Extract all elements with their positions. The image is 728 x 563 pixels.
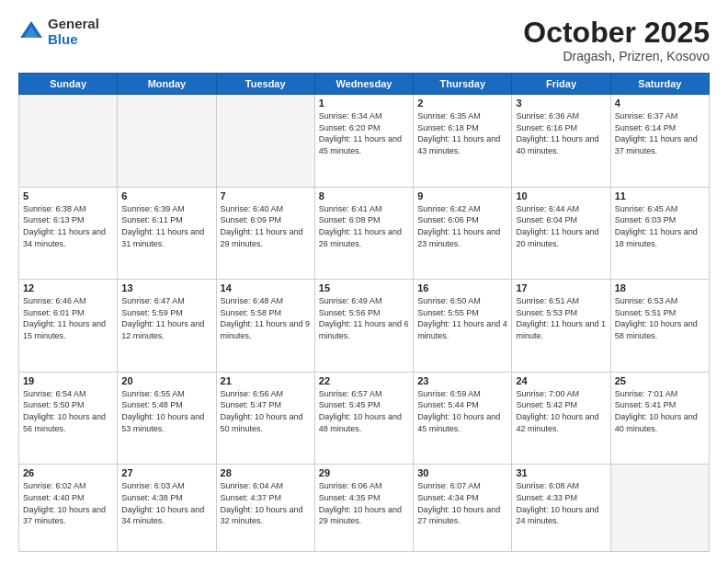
calendar-cell: 7Sunrise: 6:40 AMSunset: 6:09 PMDaylight… — [216, 187, 314, 280]
calendar-cell: 17Sunrise: 6:51 AMSunset: 5:53 PMDayligh… — [512, 280, 610, 373]
calendar-cell: 12Sunrise: 6:46 AMSunset: 6:01 PMDayligh… — [19, 280, 118, 373]
day-number: 8 — [319, 190, 409, 201]
title-location: Dragash, Prizren, Kosovo — [523, 49, 710, 63]
logo-icon — [18, 19, 44, 45]
cell-info: Sunrise: 6:47 AMSunset: 5:59 PMDaylight:… — [121, 295, 211, 341]
calendar-week-row: 26Sunrise: 6:02 AMSunset: 4:40 PMDayligh… — [19, 465, 710, 552]
calendar-cell: 10Sunrise: 6:44 AMSunset: 6:04 PMDayligh… — [512, 187, 610, 280]
cell-info: Sunrise: 6:04 AMSunset: 4:37 PMDaylight:… — [221, 480, 311, 526]
title-block: October 2025 Dragash, Prizren, Kosovo — [523, 17, 710, 63]
calendar-week-row: 1Sunrise: 6:34 AMSunset: 6:20 PMDaylight… — [19, 95, 710, 188]
calendar-cell: 25Sunrise: 7:01 AMSunset: 5:41 PMDayligh… — [610, 372, 709, 465]
calendar-cell: 29Sunrise: 6:06 AMSunset: 4:35 PMDayligh… — [314, 465, 413, 552]
calendar-cell: 24Sunrise: 7:00 AMSunset: 5:42 PMDayligh… — [512, 372, 610, 465]
day-number: 14 — [221, 282, 311, 293]
calendar-cell: 13Sunrise: 6:47 AMSunset: 5:59 PMDayligh… — [118, 280, 216, 373]
cell-info: Sunrise: 6:38 AMSunset: 6:13 PMDaylight:… — [23, 203, 113, 249]
day-number: 15 — [319, 282, 409, 293]
cell-info: Sunrise: 6:57 AMSunset: 5:45 PMDaylight:… — [319, 388, 409, 434]
calendar-day-header: Saturday — [610, 74, 709, 95]
calendar-cell: 20Sunrise: 6:55 AMSunset: 5:48 PMDayligh… — [118, 372, 216, 465]
cell-info: Sunrise: 6:40 AMSunset: 6:09 PMDaylight:… — [221, 203, 311, 249]
cell-info: Sunrise: 6:06 AMSunset: 4:35 PMDaylight:… — [319, 480, 409, 526]
day-number: 2 — [417, 98, 507, 109]
day-number: 1 — [319, 98, 409, 109]
cell-info: Sunrise: 6:53 AMSunset: 5:51 PMDaylight:… — [615, 295, 705, 341]
cell-info: Sunrise: 6:51 AMSunset: 5:53 PMDaylight:… — [516, 295, 606, 341]
cell-info: Sunrise: 6:02 AMSunset: 4:40 PMDaylight:… — [23, 480, 113, 526]
calendar-cell: 4Sunrise: 6:37 AMSunset: 6:14 PMDaylight… — [610, 95, 709, 188]
logo-blue-text: Blue — [48, 32, 99, 48]
day-number: 30 — [417, 467, 507, 478]
logo-text: General Blue — [48, 17, 99, 47]
calendar-cell: 28Sunrise: 6:04 AMSunset: 4:37 PMDayligh… — [216, 465, 314, 552]
calendar-cell: 21Sunrise: 6:56 AMSunset: 5:47 PMDayligh… — [216, 372, 314, 465]
day-number: 20 — [121, 375, 211, 386]
day-number: 16 — [417, 282, 507, 293]
day-number: 24 — [516, 375, 606, 386]
day-number: 26 — [23, 467, 113, 478]
header: General Blue October 2025 Dragash, Prizr… — [18, 17, 710, 63]
cell-info: Sunrise: 6:56 AMSunset: 5:47 PMDaylight:… — [221, 388, 311, 434]
page: General Blue October 2025 Dragash, Prizr… — [0, 0, 728, 563]
day-number: 7 — [221, 190, 311, 201]
calendar-week-row: 5Sunrise: 6:38 AMSunset: 6:13 PMDaylight… — [19, 187, 710, 280]
calendar-cell: 16Sunrise: 6:50 AMSunset: 5:55 PMDayligh… — [414, 280, 512, 373]
cell-info: Sunrise: 6:36 AMSunset: 6:16 PMDaylight:… — [516, 110, 606, 156]
calendar-week-row: 12Sunrise: 6:46 AMSunset: 6:01 PMDayligh… — [19, 280, 710, 373]
day-number: 21 — [221, 375, 311, 386]
cell-info: Sunrise: 6:54 AMSunset: 5:50 PMDaylight:… — [23, 388, 113, 434]
day-number: 10 — [516, 190, 606, 201]
calendar-cell: 9Sunrise: 6:42 AMSunset: 6:06 PMDaylight… — [414, 187, 512, 280]
cell-info: Sunrise: 6:35 AMSunset: 6:18 PMDaylight:… — [417, 110, 507, 156]
cell-info: Sunrise: 6:59 AMSunset: 5:44 PMDaylight:… — [417, 388, 507, 434]
calendar-header-row: SundayMondayTuesdayWednesdayThursdayFrid… — [19, 74, 710, 95]
logo-general-text: General — [48, 17, 99, 32]
day-number: 18 — [615, 282, 705, 293]
cell-info: Sunrise: 6:37 AMSunset: 6:14 PMDaylight:… — [615, 110, 705, 156]
calendar-cell: 8Sunrise: 6:41 AMSunset: 6:08 PMDaylight… — [314, 187, 413, 280]
day-number: 6 — [121, 190, 211, 201]
calendar-day-header: Thursday — [414, 74, 512, 95]
calendar-cell: 14Sunrise: 6:48 AMSunset: 5:58 PMDayligh… — [216, 280, 314, 373]
day-number: 28 — [221, 467, 311, 478]
calendar-cell: 2Sunrise: 6:35 AMSunset: 6:18 PMDaylight… — [414, 95, 512, 188]
cell-info: Sunrise: 6:39 AMSunset: 6:11 PMDaylight:… — [121, 203, 211, 249]
cell-info: Sunrise: 6:50 AMSunset: 5:55 PMDaylight:… — [417, 295, 507, 341]
day-number: 19 — [23, 375, 113, 386]
calendar-table: SundayMondayTuesdayWednesdayThursdayFrid… — [18, 73, 710, 552]
cell-info: Sunrise: 6:42 AMSunset: 6:06 PMDaylight:… — [417, 203, 507, 249]
cell-info: Sunrise: 7:00 AMSunset: 5:42 PMDaylight:… — [516, 388, 606, 434]
calendar-day-header: Friday — [512, 74, 610, 95]
calendar-cell: 30Sunrise: 6:07 AMSunset: 4:34 PMDayligh… — [414, 465, 512, 552]
logo: General Blue — [18, 17, 99, 47]
title-month: October 2025 — [523, 17, 710, 49]
day-number: 31 — [516, 467, 606, 478]
cell-info: Sunrise: 6:44 AMSunset: 6:04 PMDaylight:… — [516, 203, 606, 249]
cell-info: Sunrise: 6:46 AMSunset: 6:01 PMDaylight:… — [23, 295, 113, 341]
day-number: 13 — [121, 282, 211, 293]
calendar-cell — [19, 95, 118, 188]
cell-info: Sunrise: 6:55 AMSunset: 5:48 PMDaylight:… — [121, 388, 211, 434]
cell-info: Sunrise: 6:45 AMSunset: 6:03 PMDaylight:… — [615, 203, 705, 249]
calendar-day-header: Tuesday — [216, 74, 314, 95]
calendar-cell — [118, 95, 216, 188]
cell-info: Sunrise: 6:41 AMSunset: 6:08 PMDaylight:… — [319, 203, 409, 249]
calendar-cell: 19Sunrise: 6:54 AMSunset: 5:50 PMDayligh… — [19, 372, 118, 465]
calendar-cell — [610, 465, 709, 552]
calendar-cell: 15Sunrise: 6:49 AMSunset: 5:56 PMDayligh… — [314, 280, 413, 373]
cell-info: Sunrise: 6:34 AMSunset: 6:20 PMDaylight:… — [319, 110, 409, 156]
calendar-cell: 31Sunrise: 6:08 AMSunset: 4:33 PMDayligh… — [512, 465, 610, 552]
day-number: 23 — [417, 375, 507, 386]
day-number: 29 — [319, 467, 409, 478]
calendar-cell: 1Sunrise: 6:34 AMSunset: 6:20 PMDaylight… — [314, 95, 413, 188]
day-number: 27 — [121, 467, 211, 478]
day-number: 4 — [615, 98, 705, 109]
calendar-cell: 27Sunrise: 6:03 AMSunset: 4:38 PMDayligh… — [118, 465, 216, 552]
day-number: 5 — [23, 190, 113, 201]
day-number: 22 — [319, 375, 409, 386]
day-number: 12 — [23, 282, 113, 293]
calendar-cell: 18Sunrise: 6:53 AMSunset: 5:51 PMDayligh… — [610, 280, 709, 373]
day-number: 25 — [615, 375, 705, 386]
calendar-week-row: 19Sunrise: 6:54 AMSunset: 5:50 PMDayligh… — [19, 372, 710, 465]
